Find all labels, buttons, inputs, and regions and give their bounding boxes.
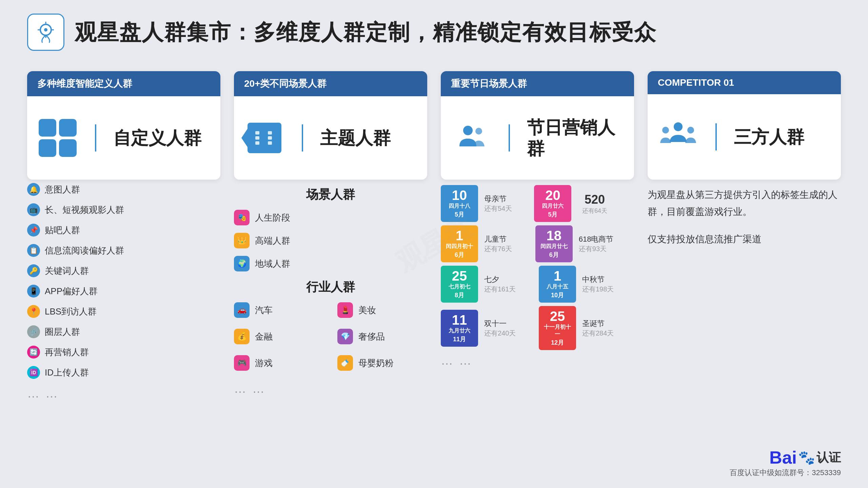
- cal-christmas-label: 圣诞节 还有284天: [579, 319, 634, 338]
- card-custom-header: 多种维度智能定义人群: [27, 71, 220, 96]
- cal-dec25: 25 十一月初十一 12月: [539, 306, 576, 350]
- id-label: ID上传人群: [45, 367, 89, 379]
- card-festival-body: 节日营销人群: [441, 96, 634, 180]
- calendar-container: 10 四月十八 5月 母亲节 还有54天 20 四月廿六 5月 520: [441, 185, 634, 368]
- cal-jun1: 1 闰四月初十 6月: [441, 225, 478, 262]
- tieba-icon: 📌: [27, 224, 40, 237]
- lbs-icon: 📍: [27, 305, 40, 318]
- finance-label: 金融: [255, 331, 273, 343]
- page-title: 观星盘人群集市：多维度人群定制，精准锁定有效目标受众: [75, 18, 656, 47]
- competitor-note: 仅支持投放信息流推广渠道: [648, 231, 841, 248]
- cal-row-2: 1 闰四月初十 6月 儿童节 还有76天 18 闰四月廿七 6月 618电商: [441, 225, 634, 262]
- logo-icon: [34, 20, 58, 44]
- lbs-label: LBS到访人群: [45, 306, 97, 318]
- col-competitor: COMPETITOR 01 三方人: [648, 71, 841, 464]
- card-competitor-body: 三方人群: [648, 94, 841, 180]
- game-icon: 🎮: [234, 355, 250, 371]
- cal-oct1: 1 八月十五 10月: [539, 266, 576, 303]
- card-festival-label: 节日营销人群: [527, 117, 624, 159]
- baidu-logo-text: Bai: [769, 447, 797, 468]
- svg-rect-8: [255, 136, 259, 140]
- intent-icon: 🔔: [27, 183, 40, 196]
- cal-may20: 20 四月廿六 5月: [534, 185, 571, 222]
- luxury-label: 奢侈品: [358, 331, 385, 343]
- divider-custom: [95, 124, 96, 151]
- scene-item-region: 🌍 地域人群: [234, 256, 427, 271]
- cal-may10: 10 四月十八 5月: [441, 185, 478, 222]
- cal-row-1: 10 四月十八 5月 母亲节 还有54天 20 四月廿六 5月 520: [441, 185, 634, 222]
- divider-theme: [302, 124, 303, 151]
- scene-item-lifestage: 🎭 人生阶段: [234, 210, 427, 225]
- industry-grid: 🚗 汽车 💄 美妆 💰 金融 💎 奢侈品: [234, 302, 427, 378]
- region-icon: 🌍: [234, 256, 250, 271]
- cal-1111-label: 双十一 还有240天: [481, 319, 536, 338]
- card-theme-body: 主题人群: [234, 96, 427, 180]
- remarketing-icon: 🔄: [27, 346, 40, 359]
- custom-icon: [37, 118, 78, 158]
- list-item-infofeed: 📋 信息流阅读偏好人群: [27, 244, 220, 257]
- infofeed-label: 信息流阅读偏好人群: [45, 245, 124, 257]
- intent-label: 意图人群: [45, 184, 80, 196]
- divider-competitor: [715, 123, 717, 150]
- svg-point-14: [475, 128, 482, 135]
- cal-jun1-label: 儿童节 还有76天: [481, 234, 533, 253]
- footer-subtext: 百度认证中级如流群号：3253339: [730, 468, 841, 478]
- beauty-icon: 💄: [337, 302, 353, 318]
- svg-rect-9: [255, 141, 259, 145]
- baidu-paw: 🐾: [798, 450, 815, 466]
- industry-finance: 💰 金融: [234, 329, 324, 344]
- card-theme: 20+类不同场景人群: [234, 71, 427, 180]
- card-theme-header: 20+类不同场景人群: [234, 71, 427, 96]
- luxury-icon: 💎: [337, 329, 353, 344]
- svg-rect-12: [268, 141, 272, 145]
- lifestage-label: 人生阶段: [255, 212, 290, 224]
- cal-618-label: 618电商节 还有93天: [575, 234, 634, 253]
- festival-icon: [451, 118, 492, 158]
- app-label: APP偏好人群: [45, 285, 98, 297]
- highend-label: 高端人群: [255, 235, 290, 247]
- svg-rect-7: [255, 131, 259, 135]
- card-festival: 重要节日场景人群 节日营销人群: [441, 71, 634, 180]
- page: 观星盘 观星盘人群集市：多维度人群定制，精准锁定有效目标受众 多种维度智能定义人…: [0, 0, 868, 488]
- scene-item-highend: 👑 高端人群: [234, 233, 427, 248]
- lifestage-icon: 🎭: [234, 210, 250, 225]
- scene-section: 场景人群 🎭 人生阶段 👑 高端人群 🌍 地域人群 行业人群 🚗: [234, 186, 427, 396]
- card-festival-header: 重要节日场景人群: [441, 71, 634, 96]
- theme-icon: [244, 118, 285, 158]
- dots-theme: … …: [234, 382, 427, 396]
- industry-baby: 🍼 母婴奶粉: [337, 355, 427, 371]
- keyword-label: 关键词人群: [45, 265, 89, 277]
- cal-aug25: 25 七月初七 8月: [441, 266, 478, 303]
- list-item-remarketing: 🔄 再营销人群: [27, 346, 220, 359]
- list-item-circle: 🔗 圈层人群: [27, 325, 220, 338]
- custom-list: 🔔 意图人群 📺 长、短视频观影人群 📌 贴吧人群 📋 信息流阅读偏好人群 🔑: [27, 183, 220, 401]
- card-competitor: COMPETITOR 01 三方人: [648, 71, 841, 180]
- cal-qixi-label: 七夕 还有161天: [481, 274, 536, 294]
- finance-icon: 💰: [234, 329, 250, 344]
- main-grid: 多种维度智能定义人群 自定义人群 🔔: [27, 71, 841, 464]
- list-item-keyword: 🔑 关键词人群: [27, 264, 220, 277]
- col-custom: 多种维度智能定义人群 自定义人群 🔔: [27, 71, 220, 464]
- svg-point-15: [674, 122, 683, 131]
- cert-label: 认证: [816, 449, 841, 466]
- circle-icon: 🔗: [27, 325, 40, 338]
- card-custom: 多种维度智能定义人群 自定义人群: [27, 71, 220, 180]
- id-icon: 🆔: [27, 366, 40, 379]
- app-icon: 📱: [27, 285, 40, 298]
- col-theme: 20+类不同场景人群: [234, 71, 427, 464]
- svg-point-17: [687, 127, 694, 134]
- list-item-lbs: 📍 LBS到访人群: [27, 305, 220, 318]
- card-competitor-label: 三方人群: [734, 126, 804, 147]
- film-icon: [248, 123, 281, 153]
- cal-520-num: 520 还有64天: [574, 192, 615, 215]
- svg-point-16: [662, 127, 669, 134]
- list-item-tieba: 📌 贴吧人群: [27, 224, 220, 237]
- cal-row-3: 25 七月初七 8月 七夕 还有161天 1 八月十五 10月 中秋节: [441, 266, 634, 303]
- remarketing-label: 再营销人群: [45, 346, 89, 358]
- svg-point-13: [463, 126, 473, 135]
- three-party-icon: [659, 120, 697, 154]
- list-item-video: 📺 长、短视频观影人群: [27, 203, 220, 216]
- logo-box: [27, 14, 64, 51]
- list-item-app: 📱 APP偏好人群: [27, 285, 220, 298]
- card-custom-label: 自定义人群: [113, 127, 201, 148]
